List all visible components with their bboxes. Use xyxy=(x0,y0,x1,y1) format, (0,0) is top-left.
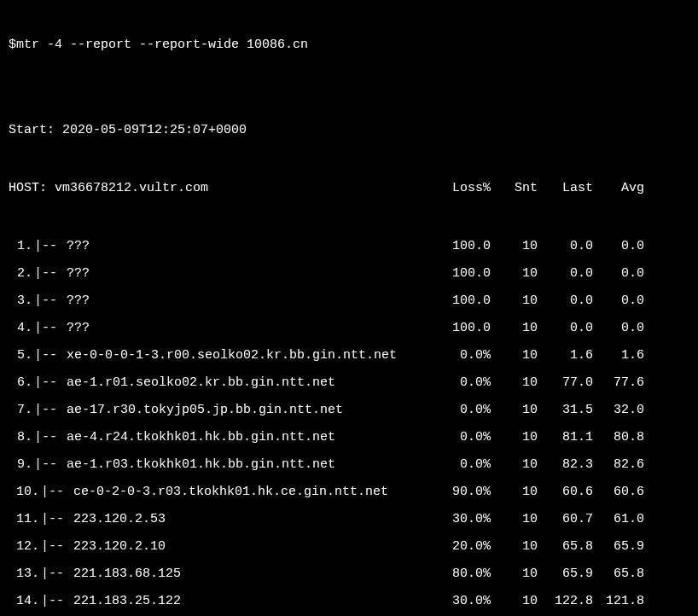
hop-loss: 30.0% xyxy=(435,512,491,527)
hop-row: 3.|--???100.0100.00.0 xyxy=(9,293,689,309)
hop-avg: 0.0 xyxy=(593,293,644,309)
hop-snt: 10 xyxy=(491,293,538,309)
hop-number: 12. xyxy=(9,539,41,555)
hop-row: 4.|--???100.0100.00.0 xyxy=(9,321,689,336)
hop-host: 223.120.2.53 xyxy=(73,512,435,527)
hop-number: 6. xyxy=(9,375,34,391)
hop-last: 1.6 xyxy=(538,348,593,363)
hop-loss: 0.0% xyxy=(435,430,491,445)
hop-last: 0.0 xyxy=(538,293,593,309)
hop-loss: 20.0% xyxy=(435,539,491,555)
command-line: $mtr -4 --report --report-wide 10086.cn xyxy=(9,38,689,53)
hop-loss: 100.0 xyxy=(435,293,491,309)
hop-loss: 30.0% xyxy=(435,594,491,609)
hop-loss: 0.0% xyxy=(435,375,491,391)
header-last: Last xyxy=(538,181,593,196)
hop-host: ae-1.r03.tkokhk01.hk.bb.gin.ntt.net xyxy=(67,457,435,473)
hop-row: 13.|--221.183.68.12580.0%1065.965.8 xyxy=(9,567,689,582)
hop-loss: 0.0% xyxy=(435,348,491,363)
hop-number: 5. xyxy=(9,348,34,363)
hop-tree: |-- xyxy=(34,430,67,445)
host-label: HOST: vm36678212.vultr.com xyxy=(9,181,435,196)
hop-last: 31.5 xyxy=(538,403,593,418)
header-row: HOST: vm36678212.vultr.com Loss% Snt Las… xyxy=(9,181,689,196)
hop-snt: 10 xyxy=(491,375,538,391)
hop-avg: 65.8 xyxy=(593,567,644,582)
hop-avg: 77.6 xyxy=(593,375,644,391)
hop-number: 7. xyxy=(9,403,34,418)
hop-last: 65.8 xyxy=(538,539,593,555)
hop-snt: 10 xyxy=(491,567,538,582)
hop-host: ??? xyxy=(67,293,435,309)
hops-container: 1.|--???100.0100.00.02.|--???100.0100.00… xyxy=(9,239,689,616)
hop-avg: 61.0 xyxy=(593,512,644,527)
hop-snt: 10 xyxy=(491,594,538,609)
hop-tree: |-- xyxy=(41,485,73,500)
hop-row: 6.|--ae-1.r01.seolko02.kr.bb.gin.ntt.net… xyxy=(9,375,689,391)
hop-last: 65.9 xyxy=(538,567,593,582)
hop-host: ae-1.r01.seolko02.kr.bb.gin.ntt.net xyxy=(67,375,435,391)
hop-loss: 80.0% xyxy=(435,567,491,582)
hop-host: ??? xyxy=(67,266,435,282)
hop-tree: |-- xyxy=(41,539,73,555)
hop-snt: 10 xyxy=(491,239,538,254)
hop-snt: 10 xyxy=(491,457,538,473)
hop-host: ae-4.r24.tkokhk01.hk.bb.gin.ntt.net xyxy=(67,430,435,445)
hop-avg: 80.8 xyxy=(593,430,644,445)
hop-last: 0.0 xyxy=(538,239,593,254)
hop-tree: |-- xyxy=(41,594,73,609)
hop-host: xe-0-0-0-1-3.r00.seolko02.kr.bb.gin.ntt.… xyxy=(67,348,435,363)
hop-avg: 0.0 xyxy=(593,266,644,282)
hop-snt: 10 xyxy=(491,485,538,500)
hop-tree: |-- xyxy=(34,239,67,254)
hop-loss: 100.0 xyxy=(435,239,491,254)
hop-last: 81.1 xyxy=(538,430,593,445)
hop-tree: |-- xyxy=(34,457,67,473)
hop-snt: 10 xyxy=(491,321,538,336)
hop-number: 14. xyxy=(9,594,41,609)
hop-row: 14.|--221.183.25.12230.0%10122.8121.8 xyxy=(9,594,689,609)
hop-avg: 82.6 xyxy=(593,457,644,473)
hop-host: 221.183.68.125 xyxy=(73,567,435,582)
hop-tree: |-- xyxy=(34,321,67,336)
header-snt: Snt xyxy=(491,181,538,196)
hop-loss: 0.0% xyxy=(435,403,491,418)
hop-loss: 90.0% xyxy=(435,485,491,500)
hop-avg: 60.6 xyxy=(593,485,644,500)
hop-last: 60.6 xyxy=(538,485,593,500)
hop-loss: 100.0 xyxy=(435,321,491,336)
hop-row: 5.|--xe-0-0-0-1-3.r00.seolko02.kr.bb.gin… xyxy=(9,348,689,363)
hop-last: 82.3 xyxy=(538,457,593,473)
hop-host: ??? xyxy=(67,239,435,254)
hop-host: ??? xyxy=(67,321,435,336)
hop-row: 11.|--223.120.2.5330.0%1060.761.0 xyxy=(9,512,689,527)
hop-tree: |-- xyxy=(34,293,67,309)
start-timestamp: Start: 2020-05-09T12:25:07+0000 xyxy=(9,123,689,138)
hop-loss: 0.0% xyxy=(435,457,491,473)
hop-snt: 10 xyxy=(491,430,538,445)
hop-tree: |-- xyxy=(34,375,67,391)
hop-host: 223.120.2.10 xyxy=(73,539,435,555)
hop-loss: 100.0 xyxy=(435,266,491,282)
hop-host: ce-0-2-0-3.r03.tkokhk01.hk.ce.gin.ntt.ne… xyxy=(73,485,435,500)
hop-host: 221.183.25.122 xyxy=(73,594,435,609)
hop-snt: 10 xyxy=(491,539,538,555)
hop-row: 1.|--???100.0100.00.0 xyxy=(9,239,689,254)
hop-number: 13. xyxy=(9,567,41,582)
hop-row: 10.|--ce-0-2-0-3.r03.tkokhk01.hk.ce.gin.… xyxy=(9,485,689,500)
hop-number: 2. xyxy=(9,266,34,282)
hop-host: ae-17.r30.tokyjp05.jp.bb.gin.ntt.net xyxy=(67,403,435,418)
hop-number: 4. xyxy=(9,321,34,336)
hop-row: 12.|--223.120.2.1020.0%1065.865.9 xyxy=(9,539,689,555)
hop-snt: 10 xyxy=(491,512,538,527)
hop-avg: 121.8 xyxy=(593,594,644,609)
hop-number: 1. xyxy=(9,239,34,254)
hop-avg: 65.9 xyxy=(593,539,644,555)
hop-number: 8. xyxy=(9,430,34,445)
hop-snt: 10 xyxy=(491,266,538,282)
hop-tree: |-- xyxy=(34,266,67,282)
hop-last: 60.7 xyxy=(538,512,593,527)
hop-number: 9. xyxy=(9,457,34,473)
hop-row: 7.|--ae-17.r30.tokyjp05.jp.bb.gin.ntt.ne… xyxy=(9,403,689,418)
hop-row: 2.|--???100.0100.00.0 xyxy=(9,266,689,282)
